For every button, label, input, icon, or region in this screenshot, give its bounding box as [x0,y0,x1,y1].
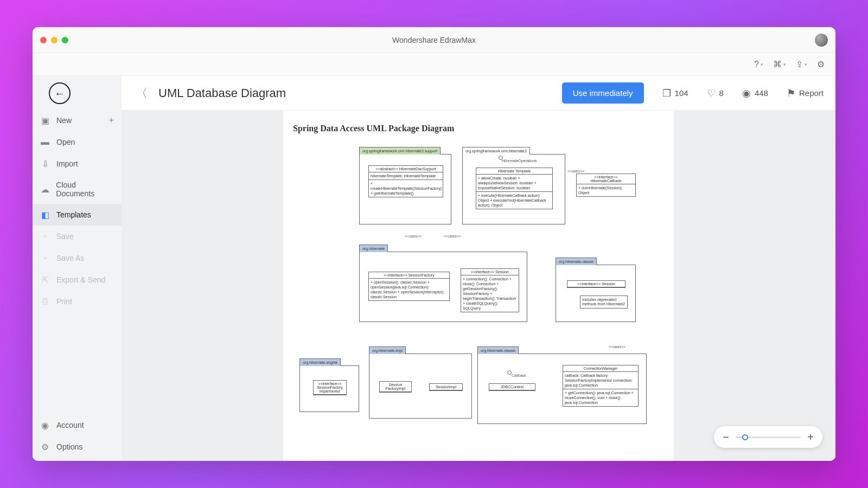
zoom-out-button[interactable]: − [723,431,729,444]
sidebar-item-save-as: ▫Save As [33,247,122,269]
zoom-in-button[interactable]: + [807,431,814,444]
save-as-icon: ▫ [40,253,50,263]
uml-package: org.hibernate.engine <<interface>> Sessi… [299,365,359,412]
copy-icon: ❐ [662,87,671,99]
uml-package: org.hibernate <<interface>> SessionFacto… [359,252,527,322]
uml-note: Includes deprecated methods from Hiberna… [580,296,628,309]
uml-class: Hibernate Template + allowCreate: boolea… [476,168,553,209]
use-immediately-button[interactable]: Use immediately [562,82,644,104]
page-title: UML Database Diagram [158,86,286,100]
stat-views: ◉448 [742,87,768,99]
canvas[interactable]: Spring Data Access UML Package Diagram o… [122,111,835,461]
sidebar-item-new[interactable]: ▣New+ [33,110,122,131]
help-icon[interactable]: ?▾ [754,60,763,69]
sidebar-item-print: ⎙Print [33,291,122,312]
export-icon: ⇱ [40,275,50,285]
flag-icon: ⚑ [787,87,795,99]
traffic-lights [40,37,68,43]
uml-package: org.hibernate.classic Callback JDBCConte… [477,354,647,424]
uml-class: <<interface>> SessionFactory Implementor [313,380,347,395]
share-icon[interactable]: ⇪▾ [796,59,807,69]
app-title: Wondershare EdrawMax [392,36,476,44]
uml-class: <<interface>> Session [567,280,626,288]
uml-class: Session FactoryImpl [379,381,412,393]
eye-icon: ◉ [742,87,751,99]
templates-icon: ◧ [40,210,50,220]
main: 〈 UML Database Diagram Use immediately ❐… [122,76,835,461]
gear-icon: ⚙ [40,442,50,452]
body: ← ▣New+ ▬Open ⇩Import ☁Cloud Documents ◧… [33,76,835,461]
sidebar-item-options[interactable]: ⚙Options [33,436,122,458]
plus-square-icon: ▣ [40,115,50,125]
minimize-icon[interactable] [51,37,58,43]
uml-package: org.springframework.orm.hibernate3 Hiber… [462,154,565,224]
apps-icon[interactable]: ⌘▾ [773,59,786,69]
sidebar-item-cloud-documents[interactable]: ☁Cloud Documents [33,175,122,204]
cloud-icon: ☁ [40,184,49,194]
toolbar-secondary: ?▾ ⌘▾ ⇪▾ ⚙ [33,53,835,76]
back-chevron-icon[interactable]: 〈 [133,83,150,104]
back-button[interactable]: ← [49,82,71,104]
plus-icon[interactable]: + [109,115,114,125]
maximize-icon[interactable] [62,37,68,43]
uml-class: <<abstract>> HibernateDaoSupport hiberna… [368,165,443,197]
sidebar-item-export-send: ⇱Export & Send [33,269,122,291]
diagram-document: Spring Data Access UML Package Diagram o… [283,111,674,461]
zoom-slider[interactable] [736,436,801,438]
uml-package: org.hibernate.classic <<interface>> Sess… [556,265,636,322]
report-button[interactable]: ⚑Report [787,87,824,99]
import-icon: ⇩ [40,159,50,169]
titlebar: Wondershare EdrawMax [33,27,835,53]
sidebar-item-open[interactable]: ▬Open [33,131,122,153]
sidebar-item-save: ▫Save [33,226,122,247]
uml-package: org.springframework.orm.hibernate3.suppo… [359,154,451,224]
save-icon: ▫ [40,232,50,241]
uml-class: JDBCContext [489,383,535,391]
uml-package: org.hibernate.impl Session FactoryImpl S… [369,354,472,419]
uml-class: SessionImpl [429,383,463,391]
zoom-thumb[interactable] [742,434,748,440]
diagram-title: Spring Data Access UML Package Diagram [293,124,664,133]
stat-likes[interactable]: ♡8 [707,87,724,99]
zoom-control: − + [714,426,822,448]
sidebar-item-account[interactable]: ◉Account [33,414,122,436]
sidebar-item-import[interactable]: ⇩Import [33,153,122,175]
uml-class: <<interface>> Session + connection(): Co… [461,268,519,312]
uml-class: <<interface>> HibernateCallback + doInHi… [576,174,636,197]
uml-class: ConnectionManager callback: Callback fac… [563,365,639,407]
folder-icon: ▬ [40,137,50,147]
close-icon[interactable] [40,37,47,43]
print-icon: ⎙ [40,297,50,306]
stat-copies: ❐104 [662,87,688,99]
app-window: Wondershare EdrawMax ?▾ ⌘▾ ⇪▾ ⚙ ← ▣New+ … [33,27,835,461]
account-icon: ◉ [40,420,50,430]
sidebar: ← ▣New+ ▬Open ⇩Import ☁Cloud Documents ◧… [33,76,122,461]
heart-icon: ♡ [707,87,716,99]
gear-icon[interactable]: ⚙ [817,59,825,69]
uml-class: <<interface>> SessionFactory + openSessi… [368,272,450,301]
page-header: 〈 UML Database Diagram Use immediately ❐… [122,76,835,111]
sidebar-item-templates[interactable]: ◧Templates [33,204,122,226]
avatar[interactable] [815,34,828,47]
